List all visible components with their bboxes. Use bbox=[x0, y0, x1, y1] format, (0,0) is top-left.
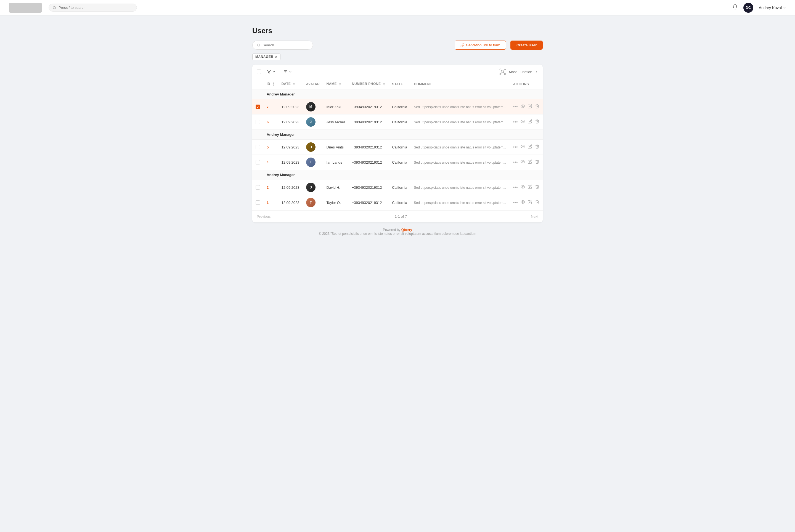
brand-name: Qberry bbox=[401, 228, 412, 232]
col-name[interactable]: NAME ▲▼ bbox=[323, 79, 349, 90]
row-date: 12.09.2023 bbox=[278, 195, 302, 210]
users-table-container: Mass Function ID ▲▼ Date ▲▼ bbox=[252, 64, 543, 223]
delete-icon[interactable] bbox=[535, 185, 539, 190]
svg-point-6 bbox=[504, 73, 506, 75]
row-checkbox-cell bbox=[252, 180, 263, 195]
row-id: 1 bbox=[263, 195, 278, 210]
previous-button[interactable]: Previous bbox=[257, 214, 271, 218]
search-actions-row: Genration link to form Create User bbox=[252, 41, 543, 50]
avatar: D bbox=[306, 183, 315, 192]
id-link[interactable]: 5 bbox=[267, 145, 269, 149]
delete-icon[interactable] bbox=[535, 159, 539, 165]
col-comment: Comment bbox=[410, 79, 510, 90]
delete-icon[interactable] bbox=[535, 144, 539, 150]
svg-point-15 bbox=[522, 161, 523, 162]
mass-function-button[interactable]: Mass Function bbox=[499, 68, 538, 76]
more-options-icon[interactable]: ••• bbox=[513, 200, 518, 205]
edit-icon[interactable] bbox=[528, 159, 532, 165]
svg-point-4 bbox=[504, 69, 506, 70]
avatar: J bbox=[306, 117, 315, 127]
col-date[interactable]: Date ▲▼ bbox=[278, 79, 302, 90]
row-actions: ••• bbox=[510, 195, 543, 210]
view-icon[interactable] bbox=[521, 185, 525, 190]
svg-point-12 bbox=[522, 106, 523, 107]
id-link[interactable]: 6 bbox=[267, 120, 269, 124]
view-icon[interactable] bbox=[521, 119, 525, 125]
table-row: 5 12.09.2023 D Dries Vints +393493202193… bbox=[252, 140, 543, 155]
filter-button[interactable] bbox=[264, 69, 278, 75]
avatar: T bbox=[306, 198, 315, 207]
row-comment: Sed ut perspiciatis unde omnis iste natu… bbox=[410, 195, 510, 210]
search-icon bbox=[257, 43, 260, 47]
user-name-nav[interactable]: Andrey Koval bbox=[759, 5, 786, 10]
sort-icon bbox=[283, 70, 288, 74]
global-search-bar[interactable] bbox=[49, 4, 137, 12]
row-id: 2 bbox=[263, 180, 278, 195]
row-name: Taylor O. bbox=[323, 195, 349, 210]
notification-bell-icon[interactable] bbox=[732, 4, 738, 11]
users-search-input[interactable] bbox=[262, 43, 308, 47]
phone-sort-icon: ▲▼ bbox=[383, 82, 385, 87]
filter-chevron-down-icon bbox=[272, 70, 276, 73]
row-checkbox[interactable] bbox=[256, 185, 260, 190]
col-id[interactable]: ID ▲▼ bbox=[263, 79, 278, 90]
more-options-icon[interactable]: ••• bbox=[513, 145, 518, 150]
table-row: 6 12.09.2023 J Jess Archer +393493202193… bbox=[252, 115, 543, 130]
more-options-icon[interactable]: ••• bbox=[513, 160, 518, 165]
edit-icon[interactable] bbox=[528, 185, 532, 190]
delete-icon[interactable] bbox=[535, 119, 539, 125]
edit-icon[interactable] bbox=[528, 200, 532, 205]
view-icon[interactable] bbox=[521, 200, 525, 205]
row-checkbox-cell: ✓ bbox=[252, 99, 263, 115]
row-avatar: J bbox=[303, 115, 323, 130]
row-id: 7 bbox=[263, 99, 278, 115]
main-content: Users Genration link to form Create User… bbox=[246, 16, 549, 258]
link-icon bbox=[460, 43, 464, 47]
edit-icon[interactable] bbox=[528, 119, 532, 125]
users-search-box[interactable] bbox=[252, 41, 313, 50]
col-state: State bbox=[389, 79, 410, 90]
table-row: 1 12.09.2023 T Taylor O. +39349320219312… bbox=[252, 195, 543, 210]
row-checkbox[interactable] bbox=[256, 120, 260, 124]
row-date: 12.09.2023 bbox=[278, 140, 302, 155]
more-options-icon[interactable]: ••• bbox=[513, 104, 518, 109]
remove-filter-tag-button[interactable]: × bbox=[275, 55, 278, 59]
row-checkbox[interactable]: ✓ bbox=[256, 104, 260, 109]
edit-icon[interactable] bbox=[528, 104, 532, 110]
col-checkbox bbox=[252, 79, 263, 90]
select-all-checkbox[interactable] bbox=[257, 70, 261, 74]
row-checkbox[interactable] bbox=[256, 145, 260, 149]
users-table: ID ▲▼ Date ▲▼ AVATAR NAME ▲▼ Number Phon… bbox=[252, 79, 543, 210]
svg-marker-2 bbox=[267, 70, 271, 73]
delete-icon[interactable] bbox=[535, 200, 539, 205]
view-icon[interactable] bbox=[521, 159, 525, 165]
delete-icon[interactable] bbox=[535, 104, 539, 110]
more-options-icon[interactable]: ••• bbox=[513, 185, 518, 190]
global-search-input[interactable] bbox=[58, 5, 133, 10]
view-icon[interactable] bbox=[521, 144, 525, 150]
row-actions: ••• bbox=[510, 180, 543, 195]
id-link[interactable]: 7 bbox=[267, 105, 269, 109]
col-phone[interactable]: Number Phone ▲▼ bbox=[349, 79, 389, 90]
next-button[interactable]: Next bbox=[531, 214, 538, 218]
create-user-button[interactable]: Create User bbox=[511, 41, 543, 50]
mass-function-label: Mass Function bbox=[509, 70, 532, 74]
id-link[interactable]: 1 bbox=[267, 201, 269, 205]
id-link[interactable]: 2 bbox=[267, 186, 269, 190]
table-header-row: ID ▲▼ Date ▲▼ AVATAR NAME ▲▼ Number Phon… bbox=[252, 79, 543, 90]
row-checkbox-cell bbox=[252, 140, 263, 155]
row-date: 12.09.2023 bbox=[278, 180, 302, 195]
row-checkbox[interactable] bbox=[256, 160, 260, 165]
generation-link-button[interactable]: Genration link to form bbox=[455, 41, 506, 50]
edit-icon[interactable] bbox=[528, 144, 532, 150]
chevron-right-icon bbox=[534, 70, 538, 74]
avatar: D bbox=[306, 142, 315, 152]
view-icon[interactable] bbox=[521, 104, 525, 110]
row-phone: +39349320219312 bbox=[349, 195, 389, 210]
more-options-icon[interactable]: ••• bbox=[513, 119, 518, 125]
id-link[interactable]: 4 bbox=[267, 160, 269, 165]
sort-button[interactable] bbox=[281, 69, 294, 75]
group-row: Andrey Manager bbox=[252, 130, 543, 140]
row-checkbox[interactable] bbox=[256, 200, 260, 205]
row-name: Mior Zaki bbox=[323, 99, 349, 115]
